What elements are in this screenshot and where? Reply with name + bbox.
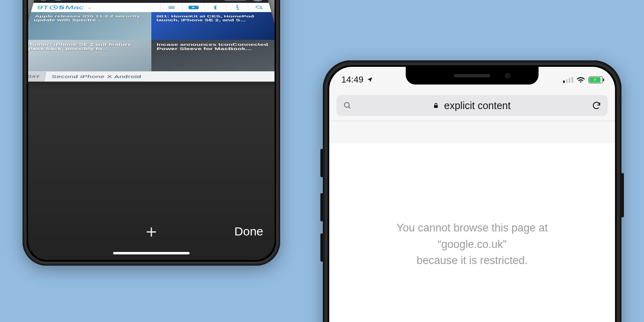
article-tile[interactable]: Incase announces IconConnected Power Sle… bbox=[151, 40, 275, 71]
svg-point-5 bbox=[237, 9, 239, 10]
today-headline[interactable]: Second iPhone X Android bbox=[45, 72, 275, 82]
site-logo[interactable]: 9T5Mac ⌄ bbox=[31, 4, 97, 10]
today-label: TODAY bbox=[28, 72, 47, 82]
url-bar[interactable]: explicit content bbox=[336, 95, 608, 116]
article-tile[interactable]: 001: HomeKit at CES, HomePod launch, iPh… bbox=[151, 12, 275, 40]
bolt-icon: ⚡︎ bbox=[593, 78, 597, 82]
new-tab-icon[interactable]: ＋ bbox=[142, 222, 160, 240]
lock-icon bbox=[433, 101, 439, 109]
home-indicator[interactable] bbox=[113, 252, 190, 254]
search-icon[interactable] bbox=[247, 3, 272, 12]
search-icon bbox=[343, 101, 352, 110]
url-text: explicit content bbox=[444, 100, 510, 111]
svg-point-4 bbox=[236, 7, 239, 8]
restricted-message: You cannot browse this page at “google.c… bbox=[396, 220, 548, 322]
notch bbox=[406, 67, 539, 85]
reader-icon[interactable] bbox=[54, 0, 64, 1]
site-header: 9T5Mac ⌄ f bbox=[31, 3, 272, 12]
page-content: You cannot browse this page at “google.c… bbox=[329, 143, 615, 322]
tab-switcher[interactable]: ✕ 9to5Mac | Apple News & Mac Rumors Brea… bbox=[28, 0, 275, 212]
chevron-down-icon[interactable]: ⌄ bbox=[87, 6, 92, 9]
svg-point-6 bbox=[256, 6, 262, 8]
hamburger-icon[interactable] bbox=[160, 3, 183, 12]
screen-right: 14:49 ⚡︎ bbox=[329, 67, 615, 322]
article-tile[interactable]: Rumor: iPhone SE 2 will feature glass ba… bbox=[28, 40, 151, 71]
svg-rect-8 bbox=[434, 105, 438, 108]
article-grid: Apple releases iOS 11.2.2 security updat… bbox=[28, 12, 275, 81]
youtube-icon[interactable] bbox=[182, 3, 205, 12]
done-button[interactable]: Done bbox=[234, 225, 263, 238]
facebook-icon[interactable]: f bbox=[204, 3, 227, 12]
cell-signal-icon bbox=[563, 77, 573, 83]
wifi-icon bbox=[576, 75, 585, 84]
tab-card[interactable]: ✕ 9to5Mac | Apple News & Mac Rumors Brea… bbox=[28, 0, 275, 82]
wp-admin-bar bbox=[34, 0, 269, 3]
battery-icon: ⚡︎ bbox=[588, 76, 603, 83]
status-time: 14:49 bbox=[341, 74, 363, 85]
wordpress-icon[interactable] bbox=[39, 0, 49, 1]
article-tile[interactable]: Apple releases iOS 11.2.2 security updat… bbox=[28, 12, 151, 40]
avatar[interactable] bbox=[252, 0, 264, 2]
kebab-icon[interactable] bbox=[225, 3, 249, 12]
compose-chip[interactable] bbox=[223, 0, 247, 1]
safari-url-bar-area: explicit content bbox=[329, 89, 615, 121]
screen-left: ✕ 9to5Mac | Apple News & Mac Rumors Brea… bbox=[28, 0, 275, 260]
svg-point-3 bbox=[236, 5, 239, 6]
iphone-left: ✕ 9to5Mac | Apple News & Mac Rumors Brea… bbox=[23, 0, 280, 266]
reload-icon[interactable] bbox=[592, 101, 601, 110]
location-icon bbox=[367, 76, 373, 83]
svg-point-7 bbox=[345, 103, 349, 107]
iphone-right: 14:49 ⚡︎ bbox=[323, 60, 621, 322]
